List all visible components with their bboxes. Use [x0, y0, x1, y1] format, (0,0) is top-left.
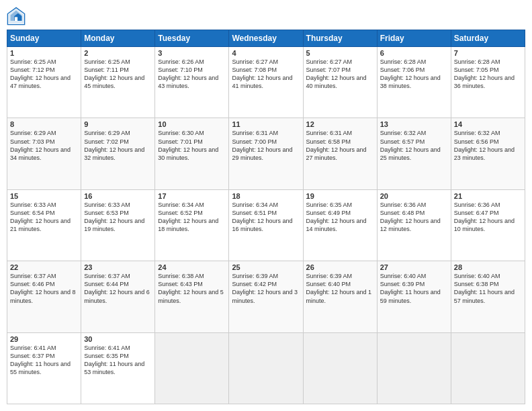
cell-content: Sunrise: 6:25 AMSunset: 7:11 PMDaylight:…	[84, 58, 152, 91]
day-number: 16	[84, 192, 152, 200]
day-number: 4	[232, 49, 300, 57]
day-number: 30	[84, 335, 152, 343]
day-number: 27	[380, 263, 448, 271]
day-header-thursday: Thursday	[303, 30, 377, 47]
calendar-cell: 24Sunrise: 6:38 AMSunset: 6:43 PMDayligh…	[155, 261, 229, 332]
calendar-table: SundayMondayTuesdayWednesdayThursdayFrid…	[7, 30, 525, 404]
calendar-cell: 20Sunrise: 6:36 AMSunset: 6:48 PMDayligh…	[377, 189, 451, 261]
cell-content: Sunrise: 6:27 AMSunset: 7:07 PMDaylight:…	[306, 58, 374, 91]
cell-content: Sunrise: 6:25 AMSunset: 7:12 PMDaylight:…	[10, 58, 78, 91]
day-number: 28	[454, 263, 522, 271]
calendar-cell: 7Sunrise: 6:28 AMSunset: 7:05 PMDaylight…	[451, 47, 525, 118]
calendar-cell: 6Sunrise: 6:28 AMSunset: 7:06 PMDaylight…	[377, 47, 451, 118]
cell-content: Sunrise: 6:29 AMSunset: 7:03 PMDaylight:…	[10, 129, 78, 162]
day-number: 8	[10, 120, 78, 128]
cell-content: Sunrise: 6:32 AMSunset: 6:57 PMDaylight:…	[380, 129, 448, 162]
day-number: 10	[158, 120, 226, 128]
calendar-cell: 27Sunrise: 6:40 AMSunset: 6:39 PMDayligh…	[377, 261, 451, 332]
cell-content: Sunrise: 6:40 AMSunset: 6:38 PMDaylight:…	[454, 272, 522, 305]
day-header-sunday: Sunday	[7, 30, 81, 47]
calendar-cell: 21Sunrise: 6:36 AMSunset: 6:47 PMDayligh…	[451, 189, 525, 261]
calendar-cell	[451, 332, 525, 404]
calendar-cell: 28Sunrise: 6:40 AMSunset: 6:38 PMDayligh…	[451, 261, 525, 332]
cell-content: Sunrise: 6:28 AMSunset: 7:05 PMDaylight:…	[454, 58, 522, 91]
cell-content: Sunrise: 6:34 AMSunset: 6:51 PMDaylight:…	[232, 201, 300, 234]
cell-content: Sunrise: 6:38 AMSunset: 6:43 PMDaylight:…	[158, 272, 226, 305]
day-number: 19	[306, 192, 374, 200]
calendar-cell: 16Sunrise: 6:33 AMSunset: 6:53 PMDayligh…	[81, 189, 155, 261]
cell-content: Sunrise: 6:36 AMSunset: 6:48 PMDaylight:…	[380, 201, 448, 234]
calendar-week-row: 15Sunrise: 6:33 AMSunset: 6:54 PMDayligh…	[7, 189, 525, 261]
calendar-cell: 1Sunrise: 6:25 AMSunset: 7:12 PMDaylight…	[7, 47, 81, 118]
calendar-cell: 29Sunrise: 6:41 AMSunset: 6:37 PMDayligh…	[7, 332, 81, 404]
day-number: 12	[306, 120, 374, 128]
day-number: 5	[306, 49, 374, 57]
day-number: 2	[84, 49, 152, 57]
day-number: 20	[380, 192, 448, 200]
calendar-week-row: 29Sunrise: 6:41 AMSunset: 6:37 PMDayligh…	[7, 332, 525, 404]
cell-content: Sunrise: 6:32 AMSunset: 6:56 PMDaylight:…	[454, 129, 522, 162]
calendar-cell: 26Sunrise: 6:39 AMSunset: 6:40 PMDayligh…	[303, 261, 377, 332]
day-number: 26	[306, 263, 374, 271]
calendar-cell: 15Sunrise: 6:33 AMSunset: 6:54 PMDayligh…	[7, 189, 81, 261]
cell-content: Sunrise: 6:28 AMSunset: 7:06 PMDaylight:…	[380, 58, 448, 91]
cell-content: Sunrise: 6:39 AMSunset: 6:42 PMDaylight:…	[232, 272, 300, 305]
cell-content: Sunrise: 6:31 AMSunset: 6:58 PMDaylight:…	[306, 129, 374, 162]
logo	[7, 7, 28, 26]
calendar-header-row: SundayMondayTuesdayWednesdayThursdayFrid…	[7, 30, 525, 47]
cell-content: Sunrise: 6:39 AMSunset: 6:40 PMDaylight:…	[306, 272, 374, 305]
calendar-cell: 3Sunrise: 6:26 AMSunset: 7:10 PMDaylight…	[155, 47, 229, 118]
cell-content: Sunrise: 6:35 AMSunset: 6:49 PMDaylight:…	[306, 201, 374, 234]
calendar-cell: 30Sunrise: 6:41 AMSunset: 6:35 PMDayligh…	[81, 332, 155, 404]
cell-content: Sunrise: 6:33 AMSunset: 6:53 PMDaylight:…	[84, 201, 152, 234]
day-number: 21	[454, 192, 522, 200]
day-number: 24	[158, 263, 226, 271]
day-number: 13	[380, 120, 448, 128]
day-number: 7	[454, 49, 522, 57]
cell-content: Sunrise: 6:40 AMSunset: 6:39 PMDaylight:…	[380, 272, 448, 305]
calendar-cell: 25Sunrise: 6:39 AMSunset: 6:42 PMDayligh…	[229, 261, 303, 332]
day-number: 25	[232, 263, 300, 271]
header	[7, 7, 525, 26]
cell-content: Sunrise: 6:41 AMSunset: 6:37 PMDaylight:…	[10, 344, 78, 377]
day-number: 17	[158, 192, 226, 200]
cell-content: Sunrise: 6:27 AMSunset: 7:08 PMDaylight:…	[232, 58, 300, 91]
day-header-wednesday: Wednesday	[229, 30, 303, 47]
svg-rect-4	[15, 17, 17, 21]
calendar-cell: 22Sunrise: 6:37 AMSunset: 6:46 PMDayligh…	[7, 261, 81, 332]
calendar-cell	[155, 332, 229, 404]
cell-content: Sunrise: 6:34 AMSunset: 6:52 PMDaylight:…	[158, 201, 226, 234]
day-number: 3	[158, 49, 226, 57]
calendar-cell: 18Sunrise: 6:34 AMSunset: 6:51 PMDayligh…	[229, 189, 303, 261]
day-number: 9	[84, 120, 152, 128]
cell-content: Sunrise: 6:37 AMSunset: 6:44 PMDaylight:…	[84, 272, 152, 305]
calendar-cell: 8Sunrise: 6:29 AMSunset: 7:03 PMDaylight…	[7, 118, 81, 189]
calendar-cell: 11Sunrise: 6:31 AMSunset: 7:00 PMDayligh…	[229, 118, 303, 189]
cell-content: Sunrise: 6:26 AMSunset: 7:10 PMDaylight:…	[158, 58, 226, 91]
calendar-cell: 5Sunrise: 6:27 AMSunset: 7:07 PMDaylight…	[303, 47, 377, 118]
day-number: 18	[232, 192, 300, 200]
cell-content: Sunrise: 6:36 AMSunset: 6:47 PMDaylight:…	[454, 201, 522, 234]
day-number: 6	[380, 49, 448, 57]
calendar-cell: 2Sunrise: 6:25 AMSunset: 7:11 PMDaylight…	[81, 47, 155, 118]
day-number: 11	[232, 120, 300, 128]
day-header-tuesday: Tuesday	[155, 30, 229, 47]
day-number: 22	[10, 263, 78, 271]
calendar-cell	[377, 332, 451, 404]
calendar-cell: 12Sunrise: 6:31 AMSunset: 6:58 PMDayligh…	[303, 118, 377, 189]
cell-content: Sunrise: 6:37 AMSunset: 6:46 PMDaylight:…	[10, 272, 78, 305]
day-header-monday: Monday	[81, 30, 155, 47]
cell-content: Sunrise: 6:41 AMSunset: 6:35 PMDaylight:…	[84, 344, 152, 377]
day-number: 1	[10, 49, 78, 57]
day-header-saturday: Saturday	[451, 30, 525, 47]
calendar-cell	[229, 332, 303, 404]
calendar-cell	[303, 332, 377, 404]
calendar-cell: 13Sunrise: 6:32 AMSunset: 6:57 PMDayligh…	[377, 118, 451, 189]
day-header-friday: Friday	[377, 30, 451, 47]
cell-content: Sunrise: 6:30 AMSunset: 7:01 PMDaylight:…	[158, 129, 226, 162]
cell-content: Sunrise: 6:33 AMSunset: 6:54 PMDaylight:…	[10, 201, 78, 234]
day-number: 15	[10, 192, 78, 200]
day-number: 14	[454, 120, 522, 128]
calendar-cell: 4Sunrise: 6:27 AMSunset: 7:08 PMDaylight…	[229, 47, 303, 118]
calendar-week-row: 8Sunrise: 6:29 AMSunset: 7:03 PMDaylight…	[7, 118, 525, 189]
